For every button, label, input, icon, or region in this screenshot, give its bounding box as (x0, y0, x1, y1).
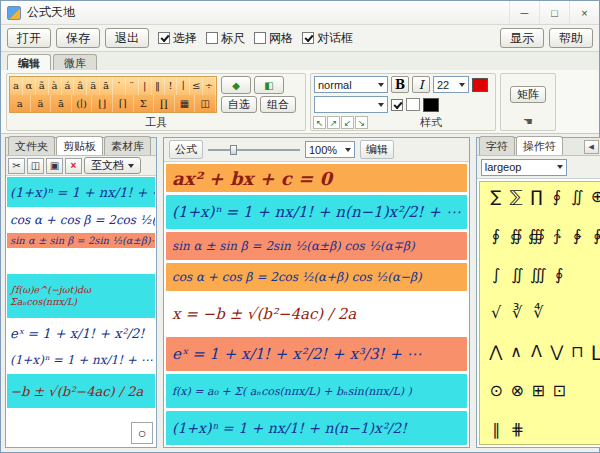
combine-button[interactable]: 组合 (260, 96, 296, 113)
tab-edit[interactable]: 编辑 (7, 54, 51, 70)
close-button[interactable]: × (569, 1, 599, 24)
palette-symbol[interactable]: (∣) (72, 95, 93, 113)
clipboard-item[interactable]: −b ± √(b²−4ac) / 2a (7, 374, 155, 408)
palette-symbol[interactable]: ◫ (195, 95, 216, 113)
operator-symbol[interactable]: ∮ (486, 226, 506, 245)
combine-icon-button[interactable]: ◧ (254, 76, 284, 94)
palette-symbol[interactable]: ‖ (152, 77, 165, 95)
operator-symbol[interactable]: ∑ (486, 187, 506, 206)
formula-item[interactable]: eˣ = 1 + x/1! + x²/2! + x³/3! + ⋯ (166, 337, 467, 371)
palette-symbol[interactable]: | (139, 77, 152, 95)
style-option-box[interactable] (406, 98, 420, 111)
operator-symbol[interactable]: ∭ (528, 265, 549, 284)
color-swatch-black[interactable] (423, 98, 439, 112)
palette-symbol[interactable]: ∣ (177, 77, 190, 95)
palette-symbol[interactable]: ¨ (126, 77, 139, 95)
operator-symbol[interactable]: ∜ (528, 303, 549, 322)
ruler-checkbox[interactable]: 标尺 (206, 30, 245, 47)
dialog-checkbox[interactable]: 对话框 (302, 30, 353, 47)
open-button[interactable]: 打开 (7, 28, 51, 48)
operator-symbol[interactable]: ∧ (506, 342, 526, 361)
copy-button[interactable]: ◫ (27, 158, 44, 174)
formula-label[interactable]: 公式 (169, 140, 203, 159)
send-bottom-right-icon[interactable]: ↘ (355, 116, 368, 129)
font-style-select[interactable]: normal (314, 76, 388, 93)
clipboard-item[interactable]: (1+x)ⁿ = 1 + nx/1! + ⋯ (7, 177, 155, 207)
palette-symbol[interactable]: α (23, 77, 36, 95)
minimize-button[interactable]: ─ (509, 1, 539, 24)
color-swatch-red[interactable] (472, 78, 488, 92)
palette-symbol[interactable]: a (10, 95, 31, 113)
show-button[interactable]: 显示 (500, 28, 544, 48)
tab-material-library[interactable]: 素材库 (104, 136, 151, 155)
clipboard-item[interactable]: sin α ± sin β = 2sin ½(α±β)⋯ (7, 233, 155, 248)
tab-folder[interactable]: 文件夹 (8, 136, 55, 155)
clipboard-item[interactable]: cos α + cos β = 2cos ½(α+β)⋯ (7, 209, 155, 231)
operator-symbol[interactable]: ∬ (567, 187, 587, 206)
select-checkbox-box[interactable] (158, 32, 170, 44)
tab-characters[interactable]: 字符 (479, 136, 515, 155)
custom-icon-button[interactable]: ◆ (221, 76, 251, 94)
operator-symbol[interactable]: ⋁ (547, 342, 567, 361)
select-checkbox[interactable]: 选择 (158, 30, 197, 47)
operator-symbol[interactable]: ⊙ (486, 381, 507, 400)
custom-button[interactable]: 自选 (221, 96, 257, 113)
send-top-right-icon[interactable]: ↗ (327, 116, 340, 129)
operator-symbol[interactable]: ∐ (587, 342, 600, 361)
delete-button[interactable]: × (65, 158, 82, 174)
formula-item[interactable]: ax² + bx + c = 0 (166, 164, 467, 192)
matrix-button[interactable]: 矩阵 (510, 86, 546, 103)
operator-symbol[interactable]: ∬ (507, 265, 528, 284)
zoom-slider-thumb[interactable] (230, 145, 237, 155)
operator-symbol[interactable]: ⊞ (528, 381, 549, 400)
operator-symbol[interactable]: ∥ (486, 420, 507, 439)
edit-button[interactable]: 编辑 (360, 140, 394, 159)
formula-item[interactable]: f(x) = a₀ + Σ( aₙcos(nπx/L) + bₙsin(nπx/… (166, 374, 467, 408)
clipboard-item[interactable]: ∫f(ω)e^(−jωt)dω Σaₙcos(nπx/L) (7, 274, 155, 318)
color-style-select[interactable] (314, 96, 388, 113)
maximize-button[interactable]: □ (539, 1, 569, 24)
paste-button[interactable]: ▣ (46, 158, 63, 174)
palette-symbol[interactable]: á (62, 77, 75, 95)
operator-symbol[interactable]: Λ (526, 342, 546, 361)
zoom-slider[interactable] (208, 144, 300, 156)
grid-checkbox[interactable]: 网格 (254, 30, 293, 47)
palette-symbol[interactable]: ä (31, 95, 52, 113)
palette-symbol[interactable]: ã (36, 77, 49, 95)
palette-symbol[interactable]: ā (51, 95, 72, 113)
formula-item[interactable]: (1+x)ⁿ = 1 + nx/1! + n(n−1)x²/2! (166, 411, 467, 445)
send-bottom-left-icon[interactable]: ↙ (341, 116, 354, 129)
style-checkbox[interactable] (391, 99, 403, 111)
tab-operators[interactable]: 操作符 (516, 136, 563, 155)
tab-scroll-left-button[interactable]: ◀ (584, 140, 599, 154)
palette-symbol[interactable]: a (10, 77, 23, 95)
formula-item[interactable]: sin α ± sin β = 2sin ½(α±β) cos ½(α∓β) (166, 232, 467, 260)
operator-symbol[interactable]: ⊕ (587, 187, 600, 206)
grid-checkbox-box[interactable] (254, 32, 266, 44)
palette-symbol[interactable]: à (49, 77, 62, 95)
formula-item[interactable]: (1+x)ⁿ = 1 + nx/1! + n(n−1)x²/2! + ⋯ (166, 195, 467, 229)
palette-symbol[interactable]: ≤ (190, 77, 203, 95)
formula-item[interactable]: x = −b ± √(b²−4ac) / 2a (166, 294, 467, 334)
operator-symbol[interactable]: √ (486, 303, 507, 322)
operator-category-select[interactable]: largeop (481, 159, 567, 176)
palette-symbol[interactable]: ! (165, 77, 178, 95)
to-document-button[interactable]: 至文档 (84, 157, 141, 174)
send-top-left-icon[interactable]: ↖ (313, 116, 326, 129)
exit-button[interactable]: 退出 (105, 28, 149, 48)
operator-symbol[interactable]: ∳ (587, 226, 600, 245)
operator-symbol[interactable]: ⅀ (506, 187, 526, 206)
clipboard-item[interactable]: (1+x)ⁿ = 1 + nx/1! + ⋯ (7, 348, 155, 372)
operator-symbol[interactable]: ∛ (507, 303, 528, 322)
operator-symbol[interactable]: ∯ (506, 226, 526, 245)
operator-symbol[interactable]: ⊡ (549, 381, 570, 400)
palette-symbol[interactable]: ⌈⌉ (113, 95, 134, 113)
palette-symbol[interactable]: ä (87, 77, 100, 95)
palette-symbol[interactable]: â (74, 77, 87, 95)
operator-symbol[interactable]: ∱ (547, 226, 567, 245)
zoom-slider-track[interactable] (208, 149, 300, 151)
zoom-select[interactable]: 100% (305, 141, 355, 158)
operator-symbol[interactable]: ∫ (486, 265, 507, 284)
palette-symbol[interactable]: ⌊⌋ (92, 95, 113, 113)
operator-symbol[interactable]: ∲ (567, 226, 587, 245)
